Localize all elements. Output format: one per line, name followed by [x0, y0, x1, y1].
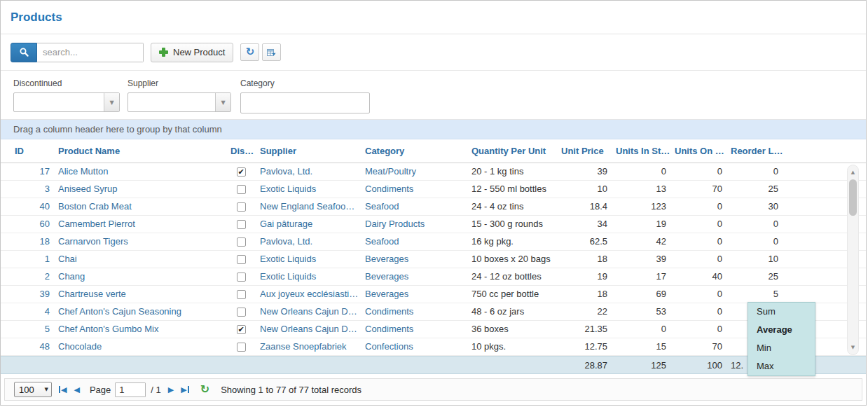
- export-button[interactable]: [262, 43, 281, 61]
- page-size-select[interactable]: 100 ▼: [14, 382, 52, 397]
- cell-category: Condiments: [361, 321, 467, 338]
- scrollbar-thumb[interactable]: [849, 179, 857, 216]
- column-header-reorder-level[interactable]: Reorder L…: [726, 146, 783, 156]
- chevron-down-icon: ▼: [45, 387, 48, 392]
- next-page-button[interactable]: ▶: [168, 385, 174, 394]
- discontinued-checkbox[interactable]: [237, 308, 246, 317]
- table-row[interactable]: 5Chef Anton's Gumbo Mix✔New Orleans Caju…: [1, 321, 866, 338]
- supplier-label: Supplier: [128, 78, 231, 88]
- menu-item-max[interactable]: Max: [748, 357, 815, 375]
- discontinued-checkbox[interactable]: [237, 343, 246, 352]
- last-page-button[interactable]: ▶: [181, 385, 188, 394]
- discontinued-checkbox[interactable]: [237, 237, 246, 247]
- cell-discontinued: [226, 237, 256, 247]
- category-input[interactable]: [240, 92, 370, 113]
- search-button[interactable]: [11, 43, 37, 62]
- cell-product-name: Camembert Pierrot: [54, 216, 226, 233]
- discontinued-checkbox[interactable]: [237, 220, 246, 229]
- page-number-input[interactable]: [115, 382, 146, 397]
- cell-supplier: Zaanse Snoepfabriek: [256, 338, 361, 355]
- cell-units-in-stock: 19: [612, 216, 670, 233]
- discontinued-dropdown[interactable]: ▼: [13, 92, 120, 112]
- column-header-unit-price[interactable]: Unit Price: [557, 146, 612, 156]
- cell-id: 39: [11, 286, 54, 303]
- cell-units-on-order: 0: [670, 321, 726, 338]
- group-panel[interactable]: Drag a column header here to group by th…: [1, 120, 866, 139]
- column-header-units-on-order[interactable]: Units On …: [670, 146, 726, 156]
- table-row[interactable]: 39Chartreuse verteAux joyeux ecclésiasti…: [1, 286, 866, 303]
- scroll-up-icon[interactable]: ▲: [848, 167, 858, 178]
- menu-item-average[interactable]: Average: [748, 321, 815, 339]
- discontinued-checkbox[interactable]: [237, 255, 246, 264]
- cell-units-in-stock: 39: [612, 251, 670, 268]
- cell-supplier: Pavlova, Ltd.: [256, 233, 361, 250]
- cell-reorder-level: 25: [726, 181, 783, 198]
- supplier-dropdown[interactable]: ▼: [128, 92, 231, 112]
- cell-quantity-per-unit: 24 - 12 oz bottles: [467, 268, 557, 285]
- column-header-units-in-stock[interactable]: Units In St…: [612, 146, 670, 156]
- column-header-supplier[interactable]: Supplier: [256, 146, 361, 156]
- discontinued-checkbox[interactable]: [237, 273, 246, 282]
- discontinued-checkbox[interactable]: [237, 202, 246, 212]
- table-row[interactable]: 3Aniseed SyrupExotic LiquidsCondiments12…: [1, 181, 866, 198]
- menu-item-sum[interactable]: Sum: [748, 303, 815, 321]
- cell-unit-price: 34: [557, 216, 612, 233]
- cell-quantity-per-unit: 750 cc per bottle: [467, 286, 557, 303]
- cell-id: 40: [11, 198, 54, 215]
- vertical-scrollbar[interactable]: ▲ ▼: [847, 165, 859, 355]
- cell-id: 18: [11, 233, 54, 250]
- prev-page-button[interactable]: ◀: [74, 385, 79, 394]
- cell-unit-price: 21.35: [557, 321, 612, 338]
- grid-header: ID Product Name Dis… Supplier Category Q…: [1, 139, 866, 163]
- cell-unit-price: 62.5: [557, 233, 612, 250]
- column-header-category[interactable]: Category: [361, 146, 467, 156]
- cell-reorder-level: 10: [726, 251, 783, 268]
- column-header-quantity-per-unit[interactable]: Quantity Per Unit: [467, 146, 557, 156]
- supplier-dropdown-button[interactable]: ▼: [215, 93, 230, 111]
- cell-id: 4: [11, 303, 54, 320]
- last-page-icon: [188, 386, 189, 393]
- cell-reorder-level: 0: [726, 163, 783, 180]
- cell-supplier: New Orleans Cajun D…: [256, 303, 361, 320]
- filter-group-supplier: Supplier ▼: [128, 78, 231, 119]
- scroll-down-icon[interactable]: ▼: [848, 342, 858, 353]
- search-input[interactable]: [37, 43, 144, 62]
- next-page-icon: ▶: [168, 385, 174, 394]
- cell-units-in-stock: 13: [612, 181, 670, 198]
- discontinued-checkbox[interactable]: ✔: [237, 325, 246, 334]
- cell-supplier: Pavlova, Ltd.: [256, 163, 361, 180]
- cell-discontinued: [226, 185, 256, 194]
- cell-unit-price: 10: [557, 181, 612, 198]
- cell-discontinued: ✔: [226, 167, 256, 177]
- cell-supplier: Exotic Liquids: [256, 181, 361, 198]
- table-row[interactable]: 60Camembert PierrotGai pâturageDairy Pro…: [1, 216, 866, 233]
- new-product-button[interactable]: New Product: [151, 43, 233, 62]
- table-row[interactable]: 17Alice Mutton✔Pavlova, Ltd.Meat/Poultry…: [1, 163, 866, 181]
- discontinued-dropdown-button[interactable]: ▼: [104, 93, 119, 111]
- cell-supplier: Exotic Liquids: [256, 268, 361, 285]
- column-header-discontinued[interactable]: Dis…: [226, 146, 256, 156]
- discontinued-checkbox[interactable]: [237, 185, 246, 194]
- category-label: Category: [240, 78, 370, 88]
- table-row[interactable]: 48ChocoladeZaanse SnoepfabriekConfection…: [1, 338, 866, 356]
- menu-item-min[interactable]: Min: [748, 339, 815, 357]
- column-header-id[interactable]: ID: [11, 146, 54, 156]
- cell-unit-price: 18: [557, 286, 612, 303]
- table-row[interactable]: 1ChaiExotic LiquidsBeverages10 boxes x 2…: [1, 251, 866, 268]
- first-page-button[interactable]: ◀: [59, 385, 67, 394]
- cell-discontinued: [226, 290, 256, 299]
- new-product-label: New Product: [173, 47, 225, 57]
- discontinued-checkbox[interactable]: ✔: [237, 167, 246, 177]
- refresh-button[interactable]: ↻: [240, 43, 259, 61]
- cell-quantity-per-unit: 15 - 300 g rounds: [467, 216, 557, 233]
- table-row[interactable]: 18Carnarvon TigersPavlova, Ltd.Seafood16…: [1, 233, 866, 251]
- table-row[interactable]: 2ChangExotic LiquidsBeverages24 - 12 oz …: [1, 268, 866, 286]
- cell-category: Beverages: [361, 286, 467, 303]
- table-row[interactable]: 4Chef Anton's Cajun SeasoningNew Orleans…: [1, 303, 866, 321]
- table-row[interactable]: 40Boston Crab MeatNew England Seafoo…Sea…: [1, 198, 866, 216]
- reload-icon[interactable]: ↻: [200, 384, 209, 395]
- column-header-product-name[interactable]: Product Name: [54, 146, 226, 156]
- discontinued-checkbox[interactable]: [237, 290, 246, 299]
- cell-units-on-order: 40: [670, 268, 726, 285]
- cell-id: 5: [11, 321, 54, 338]
